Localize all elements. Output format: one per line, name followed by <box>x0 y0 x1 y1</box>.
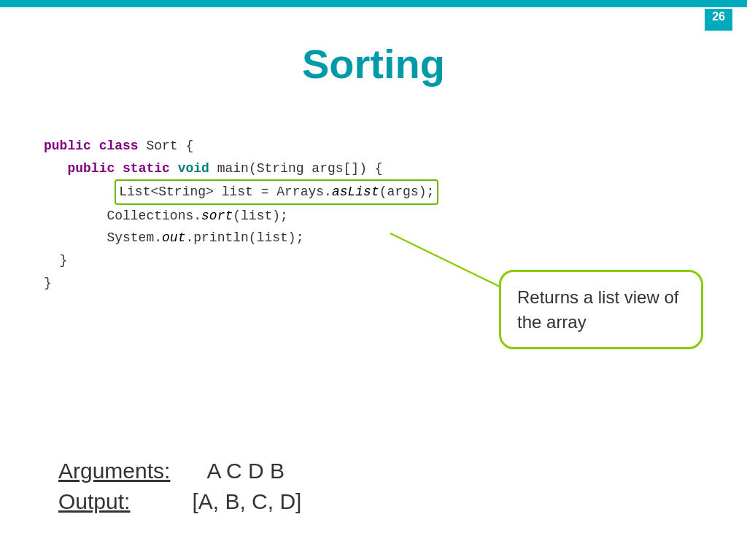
code-line-1: public class Sort { <box>44 135 438 158</box>
callout-text: Returns a list view of the array <box>517 287 678 332</box>
slide-title: Sorting <box>0 40 747 88</box>
keyword-public2: public <box>67 161 115 176</box>
arguments-row: Arguments: A C D B <box>58 459 301 483</box>
callout-box: Returns a list view of the array <box>499 270 703 349</box>
code-block: public class Sort { public static void m… <box>44 135 438 294</box>
code-line-7: } <box>44 272 438 295</box>
code-line-3: List<String> list = Arrays.asList(args); <box>44 179 438 205</box>
keyword-class: class <box>99 139 139 153</box>
keyword-static: static <box>123 161 170 176</box>
code-line-5: System.out.println(list); <box>44 227 438 249</box>
output-value: [A, B, C, D] <box>192 489 301 514</box>
arguments-label: Arguments: <box>58 459 170 483</box>
highlighted-code: List<String> list = Arrays.asList(args); <box>115 179 438 205</box>
arguments-value: A C D B <box>206 459 285 483</box>
code-line-2: public static void main(String args[]) { <box>44 158 438 180</box>
keyword-public: public <box>44 139 91 153</box>
code-line-6: } <box>44 249 438 272</box>
code-line-4: Collections.sort(list); <box>44 205 438 228</box>
top-bar <box>0 0 747 7</box>
bottom-section: Arguments: A C D B Output: [A, B, C, D] <box>58 459 301 520</box>
keyword-void: void <box>178 161 209 176</box>
page-number: 26 <box>705 9 732 31</box>
output-label: Output: <box>58 489 130 514</box>
output-row: Output: [A, B, C, D] <box>58 489 301 514</box>
